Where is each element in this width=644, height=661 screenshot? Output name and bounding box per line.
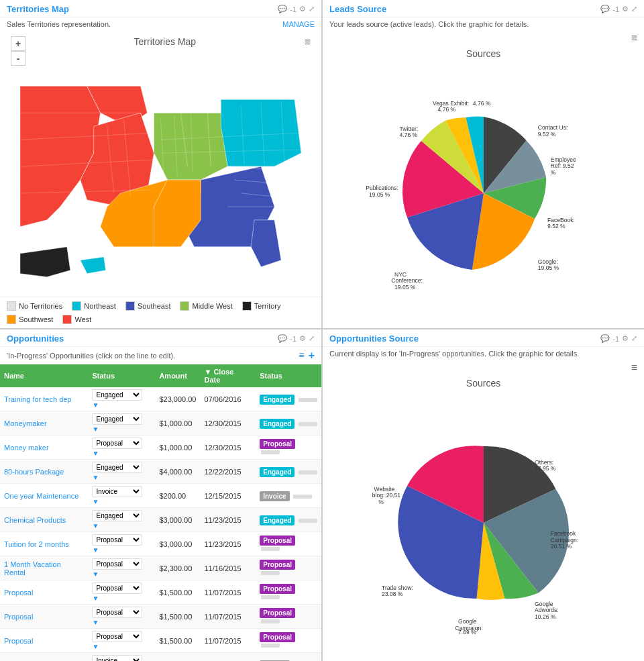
col-close-date[interactable]: ▼ Close Date — [200, 364, 256, 387]
table-row[interactable]: One year Maintenance Invoice ▼ $200.00 1… — [0, 484, 321, 508]
table-row[interactable]: Training for tech dep Engaged ▼ $23,000.… — [0, 387, 321, 411]
col-status[interactable]: Status — [88, 364, 155, 387]
zoom-out-button[interactable]: - — [11, 51, 25, 66]
list-icon[interactable]: ≡ — [299, 350, 304, 362]
row-badge: Proposal — [256, 556, 321, 580]
legend-southeast: Southeast — [125, 301, 171, 311]
table-row[interactable]: 1 Month Vacation Rental Proposal ▼ $2,30… — [0, 556, 321, 580]
settings-icon[interactable]: ⚙ — [299, 5, 306, 13]
row-name: 1 Month Vacation Rental — [0, 556, 88, 580]
col-name[interactable]: Name — [0, 364, 88, 387]
row-date: 11/23/2015 — [200, 508, 256, 532]
row-date: 10/24/2015 — [200, 653, 256, 662]
row-status[interactable]: Invoice ▼ — [88, 653, 155, 662]
leads-chart[interactable]: Contact Us: 9.52 % Employee Ref: 9.52 % … — [323, 59, 644, 327]
territories-controls: 💬 -1 ⚙ ⤢ — [278, 5, 315, 13]
opportunities-table-wrapper: Name Status Amount ▼ Close Date Status T… — [0, 364, 321, 661]
row-status[interactable]: Engaged ▼ — [88, 387, 155, 411]
map-menu-icon[interactable]: ≡ — [305, 36, 311, 48]
table-header-row: Name Status Amount ▼ Close Date Status — [0, 364, 321, 387]
opp-source-header: Opportunities Source 💬 -1 ⚙ ⤢ — [323, 329, 644, 347]
svg-text:Adwords:: Adwords: — [535, 607, 559, 613]
legend-west: West — [62, 315, 91, 324]
row-badge: Proposal — [256, 532, 321, 556]
maximize-icon[interactable]: ⤢ — [309, 5, 315, 13]
svg-text:4.76 %: 4.76 % — [472, 100, 490, 107]
manage-link[interactable]: MANAGE — [282, 20, 315, 28]
table-row[interactable]: Proposal Proposal ▼ $1,500.00 11/07/2015… — [0, 580, 321, 605]
row-status[interactable]: Proposal ▼ — [88, 605, 155, 629]
svg-text:Facebook: Facebook — [550, 530, 576, 537]
col-status2[interactable]: Status — [256, 364, 321, 387]
row-name: Proposal — [0, 605, 88, 629]
row-badge: Engaged — [256, 508, 321, 532]
svg-text:4.76 %: 4.76 % — [437, 106, 455, 113]
row-status[interactable]: Engaged ▼ — [88, 411, 155, 436]
svg-text:7.69 %: 7.69 % — [458, 629, 476, 635]
contact-us-label: Contact Us: — [537, 124, 568, 131]
minus-one-label[interactable]: -1 — [290, 5, 297, 13]
svg-text:9.52 %: 9.52 % — [537, 131, 555, 138]
svg-text:Ref: 9.52: Ref: 9.52 — [550, 162, 574, 169]
legend-northeast: Northeast — [72, 301, 116, 311]
table-row[interactable]: Tuition for 2 months Proposal ▼ $3,000.0… — [0, 532, 321, 556]
row-status[interactable]: Engaged ▼ — [88, 460, 155, 484]
table-row[interactable]: Proposal Proposal ▼ $1,500.00 11/07/2015… — [0, 605, 321, 629]
row-amount: $1,200.00 — [155, 653, 200, 662]
row-name: Water Box — [0, 653, 88, 662]
row-date: 11/07/2015 — [200, 629, 256, 653]
row-status[interactable]: Proposal ▼ — [88, 436, 155, 460]
opp-comment-icon[interactable]: 💬 — [278, 334, 287, 343]
opp-source-chart-menu[interactable]: ≡ — [631, 362, 637, 373]
opp-source-chart[interactable]: Others: 17.95 % Facebook Campaign: 20.51… — [323, 389, 644, 657]
row-status[interactable]: Engaged ▼ — [88, 508, 155, 532]
svg-text:17.95 %: 17.95 % — [535, 465, 556, 472]
leads-title: Leads Source — [329, 4, 386, 14]
opp-source-maximize-icon[interactable]: ⤢ — [631, 334, 637, 343]
svg-text:Google: Google — [458, 618, 477, 625]
opp-controls: 💬 -1 ⚙ ⤢ — [278, 334, 315, 343]
leads-minus-one[interactable]: -1 — [612, 5, 619, 13]
svg-text:10.26 %: 10.26 % — [535, 613, 556, 620]
opp-maximize-icon[interactable]: ⤢ — [309, 334, 315, 343]
opp-title: Opportunities — [7, 334, 64, 344]
opp-source-chart-title: Sources — [323, 375, 644, 389]
row-status[interactable]: Invoice ▼ — [88, 484, 155, 508]
svg-text:Publications:: Publications: — [366, 185, 398, 191]
opp-source-settings-icon[interactable]: ⚙ — [622, 334, 629, 343]
us-map[interactable] — [7, 66, 315, 294]
opp-source-title: Opportunities Source — [329, 334, 419, 344]
table-row[interactable]: Chemical Products Engaged ▼ $3,000.00 11… — [0, 508, 321, 532]
row-amount: $1,500.00 — [155, 605, 200, 629]
leads-maximize-icon[interactable]: ⤢ — [631, 5, 637, 13]
territories-subtitle: Sales Territories representation. MANAGE — [0, 17, 321, 31]
map-legend: No Territories Northeast Southeast Middl… — [0, 297, 321, 328]
row-date: 11/16/2015 — [200, 556, 256, 580]
opp-source-comment-icon[interactable]: 💬 — [600, 334, 610, 343]
table-row[interactable]: Money maker Proposal ▼ $1,000.00 12/30/2… — [0, 436, 321, 460]
row-status[interactable]: Proposal ▼ — [88, 580, 155, 605]
leads-settings-icon[interactable]: ⚙ — [622, 5, 629, 13]
table-row[interactable]: Moneymaker Engaged ▼ $1,000.00 12/30/201… — [0, 411, 321, 436]
col-amount[interactable]: Amount — [155, 364, 200, 387]
zoom-in-button[interactable]: + — [11, 36, 25, 51]
leads-chart-menu[interactable]: ≡ — [631, 32, 637, 44]
comment-icon[interactable]: 💬 — [278, 5, 287, 13]
table-row[interactable]: Water Box Invoice ▼ $1,200.00 10/24/2015… — [0, 653, 321, 662]
svg-text:19.05 %: 19.05 % — [537, 264, 559, 271]
opp-settings-icon[interactable]: ⚙ — [299, 334, 306, 343]
row-status[interactable]: Proposal ▼ — [88, 629, 155, 653]
row-status[interactable]: Proposal ▼ — [88, 556, 155, 580]
leads-header: Leads Source 💬 -1 ⚙ ⤢ — [323, 0, 644, 17]
row-name: Chemical Products — [0, 508, 88, 532]
opp-minus-one[interactable]: -1 — [290, 335, 297, 343]
svg-text:20.51 %: 20.51 % — [550, 543, 572, 550]
row-status[interactable]: Proposal ▼ — [88, 532, 155, 556]
opp-source-minus-one[interactable]: -1 — [612, 335, 619, 343]
add-icon[interactable]: + — [309, 350, 315, 362]
table-row[interactable]: 80-hours Package Engaged ▼ $4,000.00 12/… — [0, 460, 321, 484]
leads-comment-icon[interactable]: 💬 — [600, 5, 610, 13]
svg-text:23.08 %: 23.08 % — [382, 591, 403, 597]
table-row[interactable]: Proposal Proposal ▼ $1,500.00 11/07/2015… — [0, 629, 321, 653]
legend-territory: Territory — [242, 301, 281, 311]
